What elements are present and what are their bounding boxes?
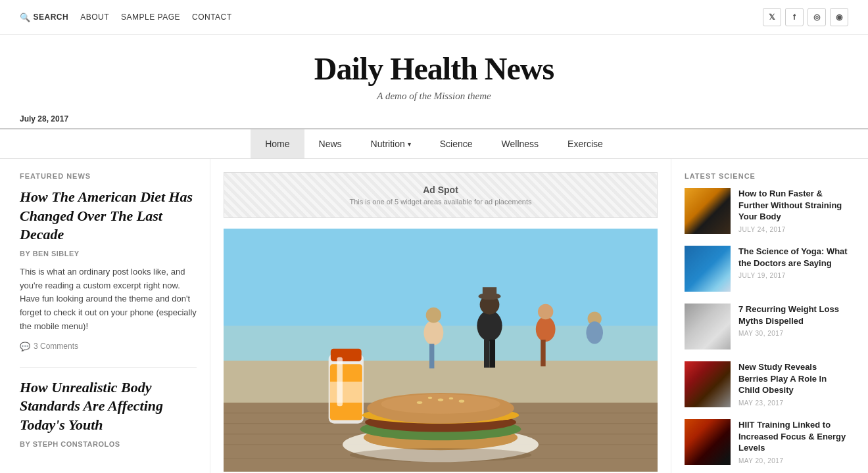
science-title-2: The Science of Yoga: What the Doctors ar… [738,246,848,269]
center-content: Ad Spot This is one of 5 widget areas av… [210,159,671,473]
date-text: July 28, 2017 [20,114,68,124]
nav-nutrition[interactable]: Nutrition ▾ [356,129,425,158]
science-info-4: New Study Reveals Berries Play A Role In… [738,361,848,407]
ad-subtitle: This is one of 5 widget areas available … [236,198,645,206]
date-bar: July 28, 2017 [0,108,868,129]
svg-point-39 [449,397,453,399]
featured-article-1-title[interactable]: How The American Diet Has Changed Over T… [20,188,197,244]
nav-home[interactable]: Home [251,129,304,158]
science-thumb-5 [685,419,731,465]
ad-spot: Ad Spot This is one of 5 widget areas av… [224,172,658,218]
science-article-5[interactable]: HIIT Training Linked to Increased Focus … [685,419,848,465]
nav-science[interactable]: Science [425,129,487,158]
science-date-4: MAY 23, 2017 [738,399,848,407]
featured-article-1-author: BY BEN SIBLEY [20,250,197,258]
featured-section: FEATURED NEWS How The American Diet Has … [20,159,210,473]
search-icon: 🔍 [20,12,31,22]
featured-article-2-title[interactable]: How Unrealistic Body Standards Are Affec… [20,378,197,435]
search-label: SEARCH [34,12,69,22]
science-article-2[interactable]: The Science of Yoga: What the Doctors ar… [685,246,848,292]
twitter-icon[interactable]: 𝕏 [763,8,781,26]
science-thumb-2 [685,246,731,292]
svg-point-22 [586,321,603,344]
social-icons: 𝕏 f ◎ ◉ [763,8,848,26]
svg-rect-12 [490,340,496,368]
science-article-3[interactable]: 7 Recurring Weight Loss Myths Dispelled … [685,304,848,349]
comments-link[interactable]: 💬 3 Comments [20,342,197,351]
featured-article-2-author: BY STEPH CONSTAROLOS [20,440,197,448]
site-header: Daily Health News A demo of the Mission … [0,35,868,108]
science-date-5: MAY 20, 2017 [738,457,848,464]
svg-point-35 [417,401,423,404]
featured-article-1-excerpt: This is what an ordinary post looks like… [20,265,197,334]
svg-rect-17 [429,344,434,368]
site-tagline: A demo of the Mission theme [20,91,848,102]
facebook-icon[interactable]: f [785,8,804,26]
svg-point-9 [477,310,502,341]
site-title[interactable]: Daily Health News [20,51,848,87]
svg-point-40 [350,448,532,462]
science-article-1[interactable]: How to Run Faster & Further Without Stra… [685,188,848,234]
hero-image-inner [224,229,658,472]
top-bar: 🔍 SEARCH ABOUT SAMPLE PAGE CONTACT 𝕏 f ◎… [0,0,868,35]
svg-point-38 [428,397,432,399]
science-title-4: New Study Reveals Berries Play A Role In… [738,361,848,396]
science-title-5: HIIT Training Linked to Increased Focus … [738,419,848,454]
main-navigation: Home News Nutrition ▾ Science Wellness E… [0,129,868,159]
hero-image [224,229,658,472]
main-content: FEATURED NEWS How The American Diet Has … [0,159,868,473]
nav-news[interactable]: News [304,129,356,158]
about-link[interactable]: ABOUT [80,12,109,22]
science-date-3: MAY 30, 2017 [738,330,848,337]
svg-point-36 [438,398,444,401]
nav-nutrition-label: Nutrition [371,139,405,149]
science-info-5: HIIT Training Linked to Increased Focus … [738,419,848,465]
science-info-1: How to Run Faster & Further Without Stra… [738,188,848,234]
svg-rect-14 [483,287,496,297]
svg-point-37 [459,400,465,403]
svg-point-34 [381,394,500,414]
contact-link[interactable]: CONTACT [192,12,232,22]
hero-svg [224,229,658,472]
svg-rect-11 [484,340,490,368]
comment-icon: 💬 [20,342,30,351]
svg-point-19 [538,304,553,319]
science-title-3: 7 Recurring Weight Loss Myths Dispelled [738,304,848,327]
science-info-2: The Science of Yoga: What the Doctors ar… [738,246,848,292]
nav-exercise[interactable]: Exercise [553,129,617,158]
latest-science-section: LATEST SCIENCE How to Run Faster & Furth… [671,159,848,473]
svg-point-18 [536,317,556,342]
science-thumb-1 [685,188,731,234]
svg-rect-20 [541,340,545,366]
podcast-icon[interactable]: ◉ [830,8,848,26]
science-thumb-3 [685,304,731,349]
science-info-3: 7 Recurring Weight Loss Myths Dispelled … [738,304,848,349]
science-date-2: JULY 19, 2017 [738,272,848,279]
ad-title: Ad Spot [236,185,645,195]
science-thumb-4 [685,361,731,407]
comments-count: 3 Comments [34,342,78,351]
science-title-1: How to Run Faster & Further Without Stra… [738,188,848,223]
nav-wellness[interactable]: Wellness [487,129,554,158]
science-date-1: JULY 24, 2017 [738,226,848,233]
chevron-down-icon: ▾ [408,141,411,148]
featured-section-label: FEATURED NEWS [20,172,197,180]
svg-rect-27 [330,382,362,403]
svg-point-16 [426,307,441,323]
sample-page-link[interactable]: SAMPLE PAGE [121,12,180,22]
science-article-4[interactable]: New Study Reveals Berries Play A Role In… [685,361,848,407]
science-section-label: LATEST SCIENCE [685,172,848,180]
svg-point-15 [423,320,443,345]
instagram-icon[interactable]: ◎ [808,8,826,26]
search-link[interactable]: 🔍 SEARCH [20,12,68,22]
featured-divider [20,367,197,368]
svg-rect-24 [331,349,362,361]
top-navigation: 🔍 SEARCH ABOUT SAMPLE PAGE CONTACT [20,12,232,22]
